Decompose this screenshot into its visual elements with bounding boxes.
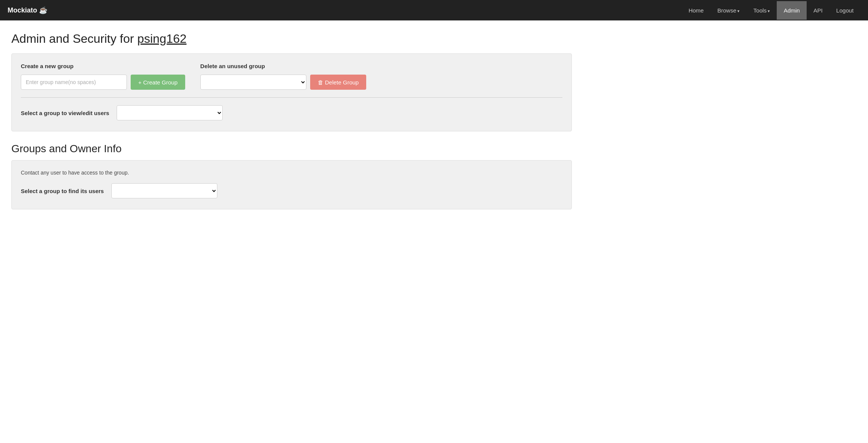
nav-item-tools[interactable]: Tools [746,1,777,20]
delete-group-label: Delete an unused group [200,63,366,69]
navbar: Mockiato ☕ Home Browse Tools Admin API L… [0,0,868,20]
create-delete-row: Create a new group + Create Group Delete… [21,63,562,90]
nav-link-admin[interactable]: Admin [777,1,807,20]
nav-link-home[interactable]: Home [682,1,710,20]
nav-item-browse[interactable]: Browse [710,1,746,20]
groups-owner-title: Groups and Owner Info [11,143,572,155]
nav-link-api[interactable]: API [807,1,829,20]
nav-link-logout[interactable]: Logout [829,1,860,20]
page-title-prefix: Admin and Security for [11,32,137,45]
create-group-label: Create a new group [21,63,185,69]
find-users-row: Select a group to find its users [21,183,562,198]
nav-item-admin[interactable]: Admin [777,1,807,20]
nav-item-api[interactable]: API [807,1,829,20]
nav-link-tools[interactable]: Tools [746,1,777,20]
find-users-group-select[interactable] [111,183,217,198]
view-edit-row: Select a group to view/edit users [21,105,562,120]
delete-group-input-row: 🗑 Delete Group [200,75,366,90]
groups-owner-panel: Contact any user to have access to the g… [11,160,572,209]
group-management-panel: Create a new group + Create Group Delete… [11,53,572,131]
contact-text: Contact any user to have access to the g… [21,170,562,176]
divider [21,97,562,98]
nav-links: Home Browse Tools Admin API Logout [682,1,860,20]
page-content: Admin and Security for psing162 Create a… [0,20,583,232]
page-title-user-link[interactable]: psing162 [137,32,187,45]
create-group-button[interactable]: + Create Group [131,75,185,90]
find-users-label: Select a group to find its users [21,188,104,194]
nav-link-browse[interactable]: Browse [710,1,746,20]
view-edit-label: Select a group to view/edit users [21,110,109,116]
group-name-input[interactable] [21,75,127,90]
create-group-input-row: + Create Group [21,75,185,90]
view-edit-group-select[interactable] [117,105,223,120]
brand-logo[interactable]: Mockiato ☕ [8,6,47,14]
page-title: Admin and Security for psing162 [11,32,572,46]
nav-item-logout[interactable]: Logout [829,1,860,20]
nav-item-home[interactable]: Home [682,1,710,20]
delete-group-col: Delete an unused group 🗑 Delete Group [200,63,366,90]
delete-group-select[interactable] [200,75,306,90]
delete-group-button[interactable]: 🗑 Delete Group [310,75,366,90]
create-group-col: Create a new group + Create Group [21,63,185,90]
